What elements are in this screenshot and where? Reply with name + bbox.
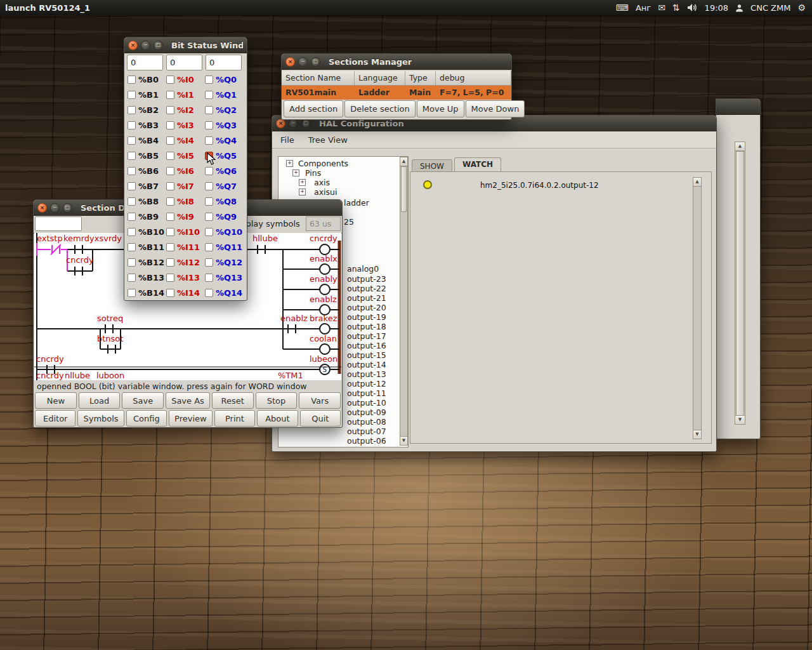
scroll-thumb[interactable] [736,151,744,418]
menu-tree-view[interactable]: Tree View [308,135,348,145]
save-button[interactable]: Save [122,392,164,409]
bit-checkbox-b7[interactable] [128,182,136,190]
move-up-button[interactable]: Move Up [417,100,464,117]
scroll-down-arrow[interactable]: ▼ [693,430,701,439]
scroll-down-arrow[interactable]: ▼ [400,436,407,445]
bit-checkbox-q3[interactable] [205,121,213,129]
scroll-up-arrow[interactable]: ▲ [693,178,701,187]
bit-checkbox-q11[interactable] [205,243,213,251]
bit-checkbox-q1[interactable] [205,91,213,99]
column-header-section-name[interactable]: Section Name [282,71,355,85]
bit-checkbox-q2[interactable] [205,106,213,114]
menu-file[interactable]: File [280,135,294,145]
bit-checkbox-q8[interactable] [205,197,213,206]
hal-tree-item-25[interactable]: 25 [344,218,354,226]
scroll-up-arrow[interactable]: ▲ [735,142,745,151]
close-button[interactable]: × [285,57,295,67]
scroll-down-arrow[interactable]: ▼ [735,415,745,424]
minimize-button[interactable]: − [141,41,150,50]
bit-checkbox-i13[interactable] [166,274,174,282]
bit-checkbox-b5[interactable] [128,152,136,160]
hal-tree-item-components[interactable]: Components [298,159,348,168]
bit-checkbox-i1[interactable] [166,91,174,99]
bit-checkbox-i14[interactable] [166,289,174,297]
bit-checkbox-i6[interactable] [166,167,174,175]
hal-pin-item[interactable]: output-06 [347,437,386,445]
bit-checkbox-i11[interactable] [166,243,174,251]
bit-checkbox-b11[interactable] [128,243,136,251]
hal-pin-item[interactable]: output-17 [347,332,386,340]
scroll-thumb[interactable] [401,166,407,212]
move-down-button[interactable]: Move Down [466,100,525,117]
symbols-button[interactable]: Symbols [77,410,124,427]
print-button[interactable]: Print [214,410,255,427]
bit-checkbox-i12[interactable] [166,258,174,267]
maximize-button[interactable]: □ [154,41,163,50]
bit-checkbox-b0[interactable] [128,76,136,84]
bit-checkbox-b9[interactable] [128,213,136,221]
bit-checkbox-i4[interactable] [166,136,174,145]
tree-expander-icon[interactable]: + [299,189,306,196]
hal-pin-item[interactable]: output-21 [347,294,386,302]
scroll-up-arrow[interactable]: ▲ [400,157,407,166]
user-menu[interactable]: CNC ZMM [750,3,790,13]
bit-checkbox-q10[interactable] [205,228,213,236]
hal-pin-item[interactable]: output-19 [347,313,386,321]
hal-tree-item-ladder[interactable]: ladder [344,199,369,207]
mail-icon[interactable]: ✉ [658,3,665,12]
save-as-button[interactable]: Save As [166,392,210,409]
load-button[interactable]: Load [79,392,121,409]
hal-pin-item[interactable]: output-16 [347,342,386,350]
bit-checkbox-b1[interactable] [128,91,136,99]
config-button[interactable]: Config [126,410,167,427]
vars-button[interactable]: Vars [299,392,341,409]
clock[interactable]: 19:08 [705,3,728,13]
bit-checkbox-i8[interactable] [166,197,174,206]
minimize-button[interactable]: − [50,203,60,213]
titlebar[interactable]: × − □ Sections Manager [282,54,511,70]
stop-button[interactable]: Stop [256,392,298,409]
titlebar[interactable] [716,99,760,115]
offset-field-b[interactable]: 0 [127,55,163,70]
about-button[interactable]: About [257,410,298,427]
scrollbar[interactable]: ▲ ▼ [735,142,745,425]
watch-scrollbar[interactable]: ▲ ▼ [693,177,702,439]
bit-checkbox-b14[interactable] [128,289,136,297]
sections-data-row[interactable]: RV501mainLadderMainF=7, L=5, P=0 [282,86,511,100]
hal-pin-item[interactable]: analog0 [347,265,379,273]
hal-pin-item[interactable]: output-08 [347,418,386,426]
bit-checkbox-q9[interactable] [205,213,213,221]
tree-expander-icon[interactable]: + [299,179,306,186]
bit-checkbox-q14[interactable] [205,289,213,297]
bit-checkbox-q7[interactable] [205,182,213,190]
titlebar[interactable]: × − □ Bit Status Window [124,37,247,53]
hal-tree-item-axis[interactable]: axis [314,178,330,187]
bit-checkbox-i10[interactable] [166,228,174,236]
tab-show[interactable]: SHOW [412,159,452,171]
section-combo[interactable] [35,216,82,231]
hal-pin-item[interactable]: output-12 [347,380,386,388]
hal-pin-item[interactable]: output-18 [347,322,386,331]
tab-watch[interactable]: WATCH [454,157,501,171]
tree-scrollbar[interactable]: ▲ ▼ [400,157,408,446]
editor-button[interactable]: Editor [35,410,75,427]
keyboard-icon[interactable]: ⌨ [616,3,629,12]
hal-pin-item[interactable]: output-15 [347,351,386,359]
reset-button[interactable]: Reset [212,392,254,409]
column-header-language[interactable]: Language [355,71,405,85]
bit-checkbox-i0[interactable] [166,76,174,84]
bit-checkbox-b13[interactable] [128,274,136,282]
gear-icon[interactable]: ⚙ [797,3,806,12]
tree-expander-icon[interactable]: + [292,169,299,176]
add-section-button[interactable]: Add section [284,100,343,117]
delete-section-button[interactable]: Delete section [344,100,416,117]
hal-pin-item[interactable]: output-14 [347,361,386,369]
hal-pin-item[interactable]: output-20 [347,303,386,312]
bit-checkbox-b2[interactable] [128,106,136,114]
bit-checkbox-b8[interactable] [128,197,136,206]
close-button[interactable]: × [128,41,138,50]
bit-checkbox-i2[interactable] [166,106,174,114]
hal-pin-item[interactable]: output-22 [347,284,386,293]
bit-checkbox-i7[interactable] [166,182,174,190]
bit-checkbox-b10[interactable] [128,228,136,236]
